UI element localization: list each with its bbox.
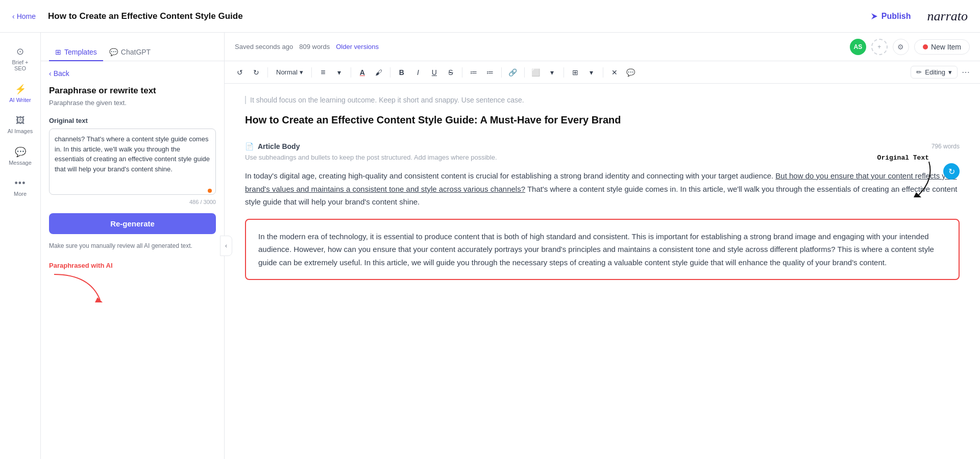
table-button[interactable]: ⊞: [568, 65, 582, 80]
plus-icon: +: [877, 43, 881, 50]
editor-actions: AS + ⚙ New Item: [850, 39, 970, 55]
toolbar-divider-9: [603, 67, 603, 78]
home-link[interactable]: ‹ Home: [12, 12, 36, 20]
undo-button[interactable]: ↺: [233, 65, 247, 80]
sidebar-tabs: ⊞ Templates 💬 ChatGPT: [41, 33, 224, 61]
original-text-label: Original text: [49, 117, 216, 124]
sidebar-content: ‹ Back Paraphrase or rewrite text Paraph…: [41, 61, 224, 459]
edit-icon: ✏: [916, 68, 922, 76]
highlight-button[interactable]: 🖌: [372, 65, 386, 80]
sidebar-item-more[interactable]: ••• More: [3, 173, 38, 202]
section-word-count: 796 words: [932, 143, 960, 150]
paraphrased-text-box: In the modern era of technology, it is e…: [245, 219, 960, 280]
image-dropdown-button[interactable]: ▾: [545, 65, 559, 80]
ai-note: Make sure you manually review all AI gen…: [49, 242, 216, 249]
message-icon: 💬: [15, 146, 26, 158]
editor-area: Saved seconds ago 809 words Older versio…: [225, 33, 980, 459]
article-body-section: 📄 Article Body 796 words Use subheadings…: [245, 142, 960, 280]
table-dropdown-button[interactable]: ▾: [584, 65, 599, 80]
sidebar-collapse-button[interactable]: ‹: [220, 236, 232, 256]
template-heading: Paraphrase or rewrite text: [49, 86, 216, 96]
lightning-icon: ⚡: [15, 84, 26, 95]
char-count: 486 / 3000: [49, 199, 216, 205]
subtitle-placeholder: It should focus on the learning outcome.…: [245, 96, 960, 104]
image-icon: 🖼: [16, 115, 25, 126]
paraphrased-label: Paraphrased with AI: [49, 262, 216, 269]
tab-templates[interactable]: ⊞ Templates: [49, 44, 103, 61]
editor-topbar: Saved seconds ago 809 words Older versio…: [225, 33, 980, 61]
main-layout: ⊙ Brief + SEO ⚡ AI Writer 🖼 AI Images 💬 …: [0, 33, 980, 459]
topbar: ‹ Home How to Create an Effective Conten…: [0, 0, 980, 33]
chevron-left-icon: ‹: [49, 69, 52, 78]
toolbar-divider-3: [351, 67, 351, 78]
toolbar-divider-8: [564, 67, 564, 78]
sidebar-panel: ⊞ Templates 💬 ChatGPT ‹ ‹ Back Paraphras…: [41, 33, 225, 459]
section-header: 📄 Article Body 796 words: [245, 142, 960, 150]
editor-content: It should focus on the learning outcome.…: [225, 84, 980, 459]
editor-toolbar: ↺ ↻ Normal ▾ ≡ ▾ A 🖌 B I U S ≔ ≔ 🔗 ⬜: [225, 61, 980, 84]
toolbar-more-button[interactable]: ⋯: [960, 67, 972, 77]
article-title[interactable]: How to Create an Effective Content Style…: [245, 114, 960, 126]
document-title: How to Create an Effective Content Style…: [48, 11, 870, 21]
sidebar-item-ai-images[interactable]: 🖼 AI Images: [3, 110, 38, 139]
editor-meta: Saved seconds ago 809 words Older versio…: [235, 43, 842, 50]
gear-icon: ⚙: [897, 43, 904, 51]
new-item-button[interactable]: New Item: [914, 39, 970, 55]
red-dot-icon: [923, 44, 928, 49]
back-link[interactable]: ‹ Back: [49, 69, 216, 78]
article-intro-text: In today's digital age, creating high-qu…: [245, 169, 960, 209]
redo-button[interactable]: ↻: [249, 65, 263, 80]
saved-status: Saved seconds ago: [235, 43, 293, 50]
template-subtext: Paraphrase the given text.: [49, 99, 216, 107]
chatgpt-icon: 💬: [109, 48, 118, 56]
toolbar-divider-7: [524, 67, 525, 78]
link-button[interactable]: 🔗: [506, 65, 520, 80]
left-nav: ⊙ Brief + SEO ⚡ AI Writer 🖼 AI Images 💬 …: [0, 33, 41, 459]
chevron-down-icon: ▾: [300, 68, 303, 76]
original-text-input[interactable]: channels? That's where a content style g…: [49, 129, 216, 195]
editing-dropdown[interactable]: ✏ Editing ▾: [911, 66, 958, 79]
settings-button[interactable]: ⚙: [893, 39, 909, 55]
clear-format-button[interactable]: ✕: [607, 65, 622, 80]
annotation-arrow: [898, 159, 939, 200]
publish-button[interactable]: Publish: [870, 12, 911, 21]
refresh-button[interactable]: ↻: [943, 163, 960, 180]
chevron-left-icon: ‹: [12, 12, 15, 20]
paraphrased-annotation: Paraphrased with AI: [49, 262, 216, 307]
curved-arrow-svg: [49, 269, 110, 305]
more-icon: •••: [15, 178, 26, 189]
toolbar-divider-1: [267, 67, 268, 78]
tab-chatgpt[interactable]: 💬 ChatGPT: [103, 44, 157, 61]
underline-button[interactable]: U: [427, 65, 442, 80]
strikethrough-button[interactable]: S: [444, 65, 458, 80]
image-button[interactable]: ⬜: [529, 65, 543, 80]
add-collaborator-button[interactable]: +: [871, 39, 888, 55]
paragraph-style-select[interactable]: Normal ▾: [272, 66, 307, 78]
toolbar-divider-2: [311, 67, 312, 78]
refresh-icon: ↻: [948, 167, 955, 176]
bullet-list-button[interactable]: ≔: [467, 65, 481, 80]
toolbar-divider-6: [501, 67, 502, 78]
ordered-list-button[interactable]: ≔: [483, 65, 497, 80]
original-text-wrapper: channels? That's where a content style g…: [49, 129, 216, 197]
align-dropdown-button[interactable]: ▾: [332, 65, 347, 80]
doc-icon: 📄: [245, 142, 254, 150]
orange-dot-indicator: [208, 189, 212, 193]
sidebar-item-brief-seo[interactable]: ⊙ Brief + SEO: [3, 41, 38, 76]
text-color-button[interactable]: A: [355, 65, 370, 80]
older-versions-link[interactable]: Older versions: [336, 43, 379, 50]
brief-seo-icon: ⊙: [16, 46, 24, 57]
word-count: 809 words: [299, 43, 330, 50]
comment-button[interactable]: 💬: [624, 65, 638, 80]
annotation-wrapper: ↻ Original Text In today's digital age, …: [245, 169, 960, 209]
bold-button[interactable]: B: [395, 65, 409, 80]
regenerate-button[interactable]: Re-generate: [49, 213, 216, 234]
avatar: AS: [850, 39, 866, 55]
italic-button[interactable]: I: [411, 65, 425, 80]
sidebar-item-ai-writer[interactable]: ⚡ AI Writer: [3, 79, 38, 108]
sidebar-item-message[interactable]: 💬 Message: [3, 141, 38, 171]
app-logo: narrato: [927, 9, 968, 24]
section-title: 📄 Article Body: [245, 142, 300, 150]
align-button[interactable]: ≡: [316, 65, 330, 80]
toolbar-divider-5: [462, 67, 462, 78]
